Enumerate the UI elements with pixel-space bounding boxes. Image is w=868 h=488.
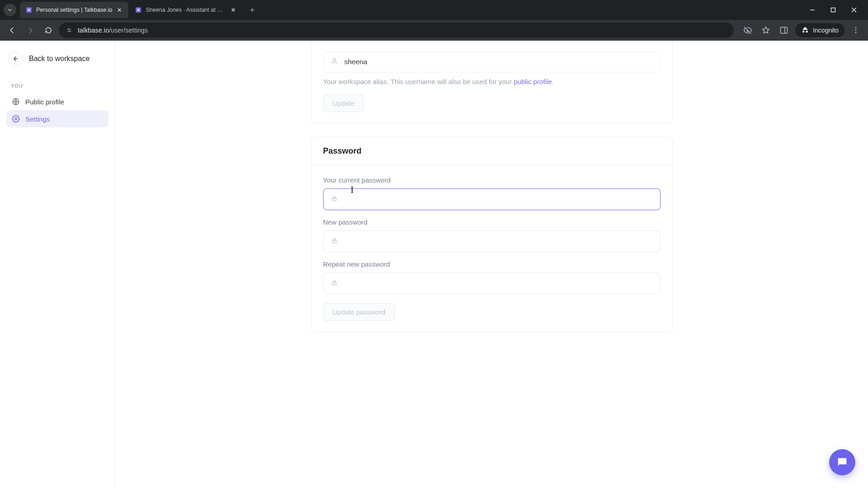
chat-icon (836, 456, 849, 469)
page: Back to workspace YOU Public profile Set… (0, 41, 868, 488)
password-card: Password Your current password I New pas… (311, 137, 673, 332)
star-icon (761, 26, 770, 35)
back-circle[interactable] (8, 52, 23, 66)
favicon-icon (25, 6, 33, 14)
chat-fab[interactable] (829, 449, 855, 475)
password-title: Password (323, 146, 660, 156)
arrow-right-icon (26, 26, 34, 34)
eye-off-icon (743, 26, 752, 35)
sidebar-heading: YOU (6, 75, 108, 93)
arrow-left-icon (12, 55, 19, 62)
gear-icon (12, 115, 20, 123)
tab-search-dropdown[interactable] (4, 4, 16, 16)
lock-icon (331, 279, 338, 288)
update-password-button[interactable]: Update password (323, 303, 395, 321)
update-username-button[interactable]: Update (323, 94, 364, 112)
back-to-workspace[interactable]: Back to workspace (6, 49, 108, 75)
new-password-input-wrapper[interactable] (323, 230, 660, 252)
svg-point-8 (15, 118, 17, 120)
repeat-password-label: Repeat new password (323, 260, 660, 268)
nav-back-button[interactable] (5, 23, 20, 38)
url-text: talkbase.io/user/settings (78, 27, 148, 34)
globe-icon (12, 98, 20, 106)
nav-reload-button[interactable] (41, 23, 56, 38)
username-value: sheena (344, 58, 368, 66)
svg-rect-11 (332, 240, 336, 243)
panel-icon (779, 26, 788, 35)
toolbar-right: Incognito (740, 23, 863, 38)
browser-chrome: Personal settings | Talkbase.io Sheena J… (0, 0, 868, 41)
sidebar-item-label: Settings (25, 115, 50, 123)
svg-rect-2 (831, 8, 835, 12)
sidebar-item-public-profile[interactable]: Public profile (6, 93, 108, 110)
close-icon (851, 7, 857, 13)
back-label: Back to workspace (29, 55, 90, 63)
lock-icon (331, 237, 338, 246)
tab-close-button[interactable] (230, 6, 237, 14)
text-cursor-icon: I (351, 185, 354, 195)
chevron-down-icon (7, 7, 13, 13)
repeat-password-input-wrapper[interactable] (323, 272, 660, 294)
browser-tab-active[interactable]: Personal settings | Talkbase.io (20, 2, 128, 18)
current-password-label: Your current password (323, 176, 660, 184)
sidebar: Back to workspace YOU Public profile Set… (0, 41, 115, 488)
public-profile-link[interactable]: public profile (514, 78, 552, 85)
window-close-button[interactable] (844, 2, 864, 18)
side-panel-button[interactable] (776, 23, 792, 38)
svg-rect-3 (781, 27, 788, 33)
lock-icon (331, 195, 338, 204)
new-password-input[interactable] (344, 238, 653, 245)
window-controls (802, 2, 864, 18)
svg-rect-12 (332, 282, 336, 285)
favicon-icon (135, 6, 142, 14)
incognito-label: Incognito (813, 27, 839, 34)
username-card: sheena Your workspace alias. This userna… (311, 41, 673, 123)
eye-off-button[interactable] (740, 23, 755, 38)
close-icon (117, 8, 122, 12)
user-icon (331, 57, 338, 66)
svg-point-5 (855, 30, 857, 31)
tab-title: Sheena Jones · Assistant at Mo… (146, 7, 226, 13)
username-field[interactable]: sheena (323, 52, 660, 72)
current-password-input-wrapper[interactable]: I (323, 188, 660, 210)
site-settings-icon[interactable] (65, 26, 73, 34)
bookmark-button[interactable] (758, 23, 774, 38)
new-tab-button[interactable] (246, 4, 259, 16)
tab-close-button[interactable] (116, 6, 123, 14)
window-maximize-button[interactable] (823, 2, 844, 18)
svg-point-4 (855, 27, 857, 28)
sidebar-item-label: Public profile (25, 98, 64, 106)
browser-menu-button[interactable] (848, 23, 863, 38)
browser-tab[interactable]: Sheena Jones · Assistant at Mo… (129, 2, 242, 18)
svg-point-9 (333, 59, 335, 61)
maximize-icon (830, 7, 836, 13)
svg-point-6 (855, 32, 857, 33)
settings-container: sheena Your workspace alias. This userna… (311, 41, 673, 470)
svg-rect-10 (332, 198, 336, 201)
tab-title: Personal settings | Talkbase.io (36, 7, 112, 13)
content: sheena Your workspace alias. This userna… (115, 41, 868, 488)
plus-icon (249, 7, 255, 13)
kebab-icon (852, 26, 860, 34)
minimize-icon (810, 7, 815, 13)
sidebar-item-settings[interactable]: Settings (6, 110, 108, 127)
incognito-indicator[interactable]: Incognito (794, 23, 845, 38)
close-icon (231, 8, 236, 12)
window-minimize-button[interactable] (802, 2, 823, 18)
password-header: Password (311, 137, 672, 165)
address-bar: talkbase.io/user/settings Incognito (0, 20, 868, 41)
arrow-left-icon (8, 26, 16, 34)
incognito-icon (801, 26, 809, 34)
repeat-password-input[interactable] (344, 280, 653, 287)
reload-icon (44, 26, 52, 34)
tab-bar: Personal settings | Talkbase.io Sheena J… (0, 0, 868, 20)
current-password-input[interactable] (344, 196, 653, 203)
url-input[interactable]: talkbase.io/user/settings (59, 23, 734, 38)
username-helper: Your workspace alias. This username will… (323, 78, 660, 85)
nav-forward-button[interactable] (23, 23, 38, 38)
new-password-label: New password (323, 218, 660, 226)
